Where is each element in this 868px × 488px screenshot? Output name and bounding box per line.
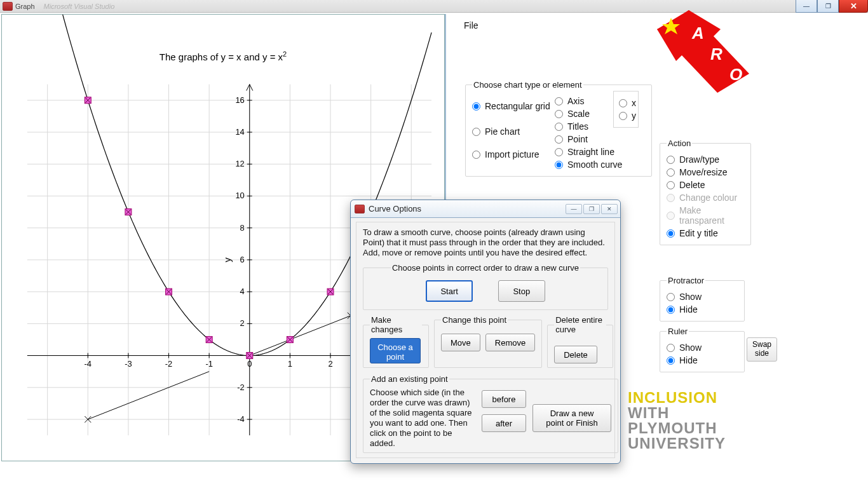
after-button[interactable]: after (482, 414, 526, 432)
svg-text:-4: -4 (237, 414, 245, 424)
radio-pie-chart[interactable]: Pie chart (472, 126, 555, 137)
app-icon (3, 2, 13, 11)
radio-edit-y-title[interactable]: Edit y title (667, 228, 744, 238)
dialog-titlebar[interactable]: Curve Options — ❐ ✕ (351, 200, 620, 218)
radio-delete[interactable]: Delete (667, 180, 744, 190)
svg-text:-1: -1 (205, 360, 213, 369)
svg-text:6: 6 (240, 255, 245, 264)
chart-title: The graphs of y = x and y = x2 (159, 50, 287, 62)
svg-text:-4: -4 (85, 360, 92, 369)
svg-text:2: 2 (240, 318, 245, 328)
radio-protractor-show[interactable]: Show (667, 292, 738, 302)
radio-move-resize[interactable]: Move/resize (667, 167, 744, 177)
radio-draw-type[interactable]: Draw/type (667, 154, 744, 165)
remove-button[interactable]: Remove (485, 334, 535, 351)
svg-text:-3: -3 (125, 360, 132, 369)
svg-text:8: 8 (240, 223, 245, 233)
svg-text:4: 4 (240, 287, 245, 296)
radio-point[interactable]: Point (555, 134, 623, 144)
stop-button[interactable]: Stop (498, 280, 545, 302)
dialog-intro-text: To draw a smooth curve, choose points (a… (363, 227, 608, 258)
radio-ruler-hide[interactable]: Hide (667, 355, 738, 365)
maximize-button[interactable]: ❐ (817, 0, 839, 13)
radio-change-colour: Change colour (667, 193, 744, 203)
action-legend: Action (667, 139, 692, 148)
change-this-point-legend: Change this point (441, 315, 508, 325)
ruler-legend: Ruler (667, 327, 689, 336)
svg-text:-2: -2 (237, 383, 245, 392)
radio-protractor-hide[interactable]: Hide (667, 304, 738, 315)
start-button[interactable]: Start (426, 280, 473, 302)
curve-options-dialog: Curve Options — ❐ ✕ To draw a smooth cur… (350, 200, 621, 464)
pick-points-legend: Choose points in correct order to draw a… (391, 263, 580, 273)
radio-ruler-show[interactable]: Show (667, 342, 738, 353)
titlebar: Graph Microsoft Visual Studio — ❐ ✕ (0, 0, 868, 13)
radio-smooth-curve[interactable]: Smooth curve (555, 159, 623, 170)
radio-axis-x[interactable]: x (619, 98, 633, 108)
delete-curve-button[interactable]: Delete (554, 346, 597, 363)
add-existing-legend: Add an existing point (370, 374, 449, 384)
svg-text:10: 10 (235, 191, 244, 200)
svg-text:14: 14 (235, 127, 244, 137)
radio-rectangular-grid[interactable]: Rectangular grid (472, 101, 555, 111)
menu-file[interactable]: File (446, 14, 868, 37)
svg-text:12: 12 (235, 159, 244, 168)
add-existing-help: Choose which side (in the order the curv… (370, 388, 475, 449)
dialog-maximize-button[interactable]: ❐ (583, 204, 600, 214)
protractor-legend: Protractor (667, 276, 705, 285)
svg-text:-2: -2 (165, 360, 173, 369)
before-button[interactable]: before (482, 390, 526, 408)
window-title: Graph (15, 3, 35, 10)
radio-axis-y[interactable]: y (619, 111, 633, 121)
protractor-group: Protractor Show Hide (660, 276, 745, 322)
draw-new-or-finish-button[interactable]: Draw a new point or Finish (532, 404, 611, 432)
choose-a-point-button[interactable]: Choose a point (370, 338, 421, 363)
move-button[interactable]: Move (441, 334, 480, 351)
dialog-title: Curve Options (369, 204, 421, 214)
window-buttons: — ❐ ✕ (796, 0, 868, 13)
radio-make-transparent: Make transparent (667, 205, 744, 226)
ruler-group: Ruler Show Hide Swap side (660, 327, 745, 372)
make-changes-legend: Make changes (370, 315, 422, 334)
choose-legend: Choose chart type or element (472, 80, 583, 90)
svg-text:16: 16 (235, 95, 244, 105)
dialog-close-button[interactable]: ✕ (601, 204, 618, 214)
svg-text:y: y (222, 257, 233, 262)
action-group: Action Draw/type Move/resize Delete Chan… (660, 139, 751, 245)
radio-import-picture[interactable]: Import picture (472, 149, 555, 159)
svg-text:2: 2 (328, 360, 332, 369)
background-window-title: Microsoft Visual Studio (44, 3, 115, 10)
plymouth-university-logo: INCLUSION WITH PLYMOUTH UNIVERSITY (628, 390, 726, 451)
minimize-button[interactable]: — (796, 0, 817, 13)
dialog-minimize-button[interactable]: — (566, 204, 582, 214)
radio-straight-line[interactable]: Straight line (555, 147, 623, 157)
swap-side-button[interactable]: Swap side (747, 337, 777, 362)
dialog-body: To draw a smooth curve, choose points (a… (356, 222, 615, 458)
svg-text:1: 1 (288, 360, 292, 369)
svg-line-61 (88, 372, 209, 419)
choose-group: Choose chart type or element Rectangular… (465, 80, 652, 177)
close-button[interactable]: ✕ (839, 0, 868, 13)
dialog-icon (355, 205, 365, 214)
delete-curve-legend: Delete entire curve (554, 315, 606, 334)
svg-text:0: 0 (247, 360, 252, 369)
